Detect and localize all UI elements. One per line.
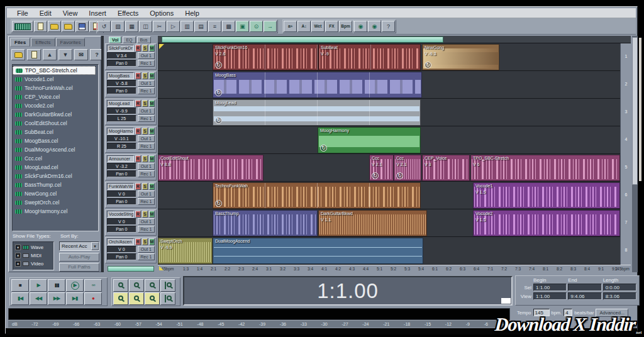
windows-button[interactable]: ◫	[139, 21, 152, 32]
crossfade-button[interactable]: ▥	[180, 21, 194, 32]
track-volume-field[interactable]: V 3.4	[107, 52, 136, 59]
insert-into-cd-button[interactable]: ▼	[58, 49, 72, 60]
full-paths-button[interactable]: Full Paths	[59, 263, 99, 272]
pause-button[interactable]: ▮▮	[48, 279, 65, 292]
track-output-button[interactable]: Out 1	[138, 246, 155, 253]
track-volume-field[interactable]: V 0	[107, 218, 136, 225]
file-item[interactable]: NewGong.cel	[13, 189, 98, 198]
go-to-end-button[interactable]: ▶▮	[66, 292, 84, 305]
chevron-down-icon[interactable]: ▾	[91, 242, 99, 250]
zoom-in-button[interactable]	[113, 279, 128, 292]
properties-button[interactable]: ▤	[194, 21, 208, 32]
track-volume-field[interactable]: V 0	[107, 246, 136, 253]
track-lane-2[interactable]: MoogBass↻	[158, 71, 620, 99]
track-pan-field[interactable]: Pan 0	[107, 170, 136, 177]
selection-start-marker[interactable]	[159, 44, 164, 49]
split-button[interactable]: ✂	[153, 21, 166, 32]
solo-button[interactable]: S	[142, 100, 148, 107]
track-volume-field[interactable]: V -5.8	[107, 80, 136, 87]
tab-bus[interactable]: Bus	[137, 36, 151, 43]
track-volume-field[interactable]: V -9.9	[107, 108, 136, 114]
track-output-button[interactable]: Out 1	[138, 135, 155, 142]
auto-play-button[interactable]: Auto-Play	[59, 253, 99, 262]
tab-eq[interactable]: EQ	[123, 36, 135, 43]
record-arm-button[interactable]: R	[135, 238, 141, 245]
file-item[interactable]: SubBeat.cel	[13, 128, 98, 136]
solo-button[interactable]: S	[142, 183, 148, 190]
file-options-button[interactable]: ✉	[74, 49, 88, 60]
mute-button[interactable]: M	[149, 72, 155, 79]
track-name-field[interactable]: MoogHarmo	[107, 128, 134, 135]
sel-length-field[interactable]: 0:0.00	[603, 284, 636, 291]
record-arm-button[interactable]: R	[135, 183, 141, 190]
track-volume-field[interactable]: V 0	[107, 191, 136, 197]
timeline-ruler[interactable]: 145bpm 145bpm 1:31:42:12:22:32:43:13:23:…	[158, 265, 631, 272]
track-record-device-button[interactable]: Rec 1	[138, 253, 155, 260]
tempo-envelope-button[interactable]: Bpm	[339, 21, 352, 32]
clip-DualMoogAscend[interactable]: DualMoogAscend	[213, 238, 423, 264]
clip-BassThump[interactable]: BassThump	[213, 210, 318, 236]
mute-button[interactable]: M	[149, 100, 155, 107]
file-item[interactable]: MoogBass.cel	[13, 136, 98, 145]
scrub-button[interactable]: →	[264, 21, 277, 32]
clip-TechnoFunkWah[interactable]: TechnoFunkWah↻	[213, 182, 421, 209]
zoom-in-vertical-button[interactable]	[113, 292, 128, 305]
checkbox[interactable]: ×	[15, 245, 21, 250]
checkbox[interactable]: ×	[15, 261, 21, 267]
undo-button[interactable]: ↺	[97, 21, 111, 32]
file-item[interactable]: BassThump.cel	[13, 180, 98, 189]
track-pan-field[interactable]: Pan 0	[107, 60, 136, 67]
clock-button[interactable]: ⊙	[250, 21, 263, 32]
menu-view[interactable]: View	[58, 9, 83, 17]
track-pan-field[interactable]: L 25	[107, 115, 136, 122]
track-output-button[interactable]: Out 1	[138, 218, 155, 225]
mute-button[interactable]: M	[149, 155, 155, 162]
track-lane-3[interactable]: MoogLead↻	[158, 99, 620, 126]
volume-envelope-button[interactable]: a≈	[284, 21, 297, 32]
track-volume-field[interactable]: V -3.2	[107, 163, 136, 170]
track-name-field[interactable]: SlickFunkDr	[107, 45, 134, 52]
mute-button[interactable]: M	[149, 183, 155, 190]
sel-end-field[interactable]	[568, 284, 601, 291]
record-arm-button[interactable]: R	[135, 45, 141, 52]
mute-button[interactable]: M	[149, 238, 155, 245]
track-pan-field[interactable]: Pan 0	[107, 198, 136, 205]
track-pan-field[interactable]: R 25	[107, 143, 136, 150]
go-to-start-button[interactable]: ▮◀	[11, 292, 29, 305]
clip-SlickFunkDrm16[interactable]: SlickFunkDrm16V 2.6↻	[213, 44, 318, 70]
solo-button[interactable]: S	[142, 211, 148, 218]
play-looped-button[interactable]: ▶	[66, 279, 84, 292]
file-item[interactable]: Vocode2.cel	[13, 101, 98, 110]
clip-MoogHarmony[interactable]: MoogHarmony↻	[318, 127, 421, 153]
file-item[interactable]: TechnoFunkWah.cel	[13, 84, 98, 92]
checkbox[interactable]: ×	[15, 253, 21, 258]
insert-into-multitrack-button[interactable]: ▲	[43, 49, 57, 60]
file-item[interactable]: Vocode1.cel	[13, 75, 98, 84]
track-record-device-button[interactable]: Rec 1	[138, 115, 155, 122]
track-lane-5[interactable]: CoolEditShoutV 8.8CccV 2.1↻CccV 2.1↻CEP_…	[158, 154, 620, 182]
track-output-button[interactable]: Out 1	[138, 163, 155, 170]
timeline-scrollbar[interactable]	[158, 36, 631, 43]
file-item[interactable]: DualMoogAscend.cel	[13, 145, 98, 154]
file-item[interactable]: SweptOrch.cel	[13, 198, 98, 207]
record-arm-button[interactable]: R	[135, 100, 141, 107]
selection-start-marker-bottom[interactable]	[159, 266, 164, 270]
view-length-field[interactable]: 8:3.06	[603, 292, 636, 300]
track-record-device-button[interactable]: Rec 1	[138, 87, 155, 94]
tab-vol[interactable]: Vol	[109, 36, 121, 43]
file-item[interactable]: DarkGuitarBkwd.cel	[13, 110, 98, 119]
track-pan-field[interactable]: Pan 0	[107, 253, 136, 260]
menu-effects[interactable]: Effects	[113, 9, 143, 17]
clip-SubBeat[interactable]: SubBeatV -9	[318, 44, 421, 70]
rewind-button[interactable]: ◀◀	[30, 292, 47, 305]
play-button[interactable]: ▶	[30, 279, 47, 292]
mute-button[interactable]: M	[149, 128, 155, 135]
sort-by-dropdown[interactable]: Recent Acc ▾	[59, 241, 99, 251]
mute-button[interactable]: M	[149, 211, 155, 218]
grid-button[interactable]: ▩	[222, 21, 235, 32]
track-volume-field[interactable]: V -10.1	[107, 135, 136, 142]
record-button[interactable]: ●	[84, 292, 102, 305]
level-meter[interactable]	[8, 308, 510, 320]
record-arm-button[interactable]: R	[135, 211, 141, 218]
solo-button[interactable]: S	[142, 45, 148, 52]
